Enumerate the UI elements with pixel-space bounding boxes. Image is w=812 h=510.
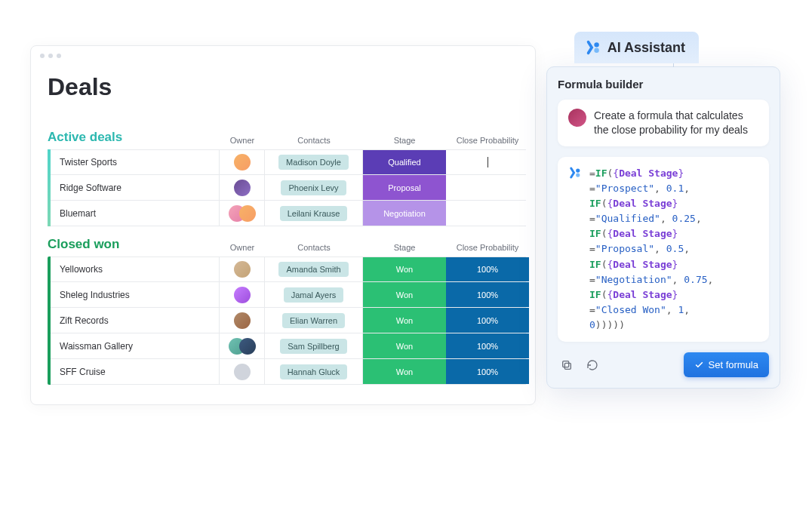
section-title-won: Closed won: [48, 237, 220, 252]
stage-cell[interactable]: Won: [363, 308, 446, 333]
page-title: Deals: [31, 61, 535, 119]
stage-cell[interactable]: Won: [363, 282, 446, 307]
deal-name[interactable]: SFF Cruise: [51, 359, 220, 384]
contacts-cell[interactable]: Amanda Smith: [265, 257, 363, 281]
contact-chip: Amanda Smith: [278, 262, 348, 277]
contacts-cell[interactable]: Elian Warren: [265, 308, 363, 333]
close-probability-cell[interactable]: [446, 201, 529, 226]
stage-cell[interactable]: Won: [363, 359, 446, 384]
text-cursor: [488, 157, 488, 167]
contacts-cell[interactable]: Leilani Krause: [265, 201, 363, 226]
regenerate-button[interactable]: [583, 356, 601, 374]
deal-name[interactable]: Bluemart: [51, 201, 220, 226]
deal-name[interactable]: Ridge Software: [51, 175, 220, 200]
table-row[interactable]: Ridge Software Phoenix Levy Proposal: [51, 175, 526, 201]
table-row[interactable]: Bluemart Leilani Krause Negotiation: [51, 201, 526, 226]
close-probability-cell[interactable]: 100%: [446, 257, 529, 281]
owner-cell[interactable]: [220, 150, 265, 174]
deal-name[interactable]: Zift Records: [51, 308, 220, 333]
svg-point-3: [576, 173, 580, 177]
avatar: [234, 364, 251, 380]
stage-cell[interactable]: Won: [363, 333, 446, 358]
deal-name[interactable]: Waissman Gallery: [51, 333, 220, 358]
col-stage: Stage: [363, 243, 446, 252]
stage-cell[interactable]: Negotiation: [363, 201, 446, 226]
table-row[interactable]: Twister Sports Madison Doyle Qualified: [51, 149, 526, 175]
stage-cell[interactable]: Qualified: [363, 150, 446, 174]
ai-tab-label: AI Assistant: [607, 40, 685, 56]
owner-cell[interactable]: [220, 359, 265, 384]
refresh-icon: [586, 359, 598, 371]
table-row[interactable]: SFF Cruise Hannah Gluck Won 100%: [51, 359, 526, 385]
contacts-cell[interactable]: Madison Doyle: [265, 150, 363, 174]
owner-cell[interactable]: [220, 282, 265, 307]
ai-response-bubble: =IF({Deal Stage}="Prospect", 0.1,IF({Dea…: [558, 157, 769, 343]
svg-point-1: [594, 48, 598, 52]
owner-cell[interactable]: [220, 257, 265, 281]
deal-name[interactable]: Sheleg Industries: [51, 282, 220, 307]
set-formula-button[interactable]: Set formula: [684, 352, 769, 377]
contact-chip: Madison Doyle: [278, 155, 349, 170]
contact-chip: Hannah Gluck: [280, 364, 348, 379]
col-owner: Owner: [220, 136, 265, 145]
user-prompt-bubble: Create a formula that calculates the clo…: [558, 100, 769, 146]
contact-chip: Sam Spillberg: [280, 339, 346, 354]
avatar: [234, 312, 251, 329]
close-probability-cell[interactable]: 100%: [446, 359, 529, 384]
contact-chip: Elian Warren: [282, 313, 345, 328]
owner-cell[interactable]: [220, 308, 265, 333]
contacts-cell[interactable]: Phoenix Levy: [265, 175, 363, 200]
section-title-active: Active deals: [48, 130, 220, 145]
col-prob: Close Probability: [446, 136, 529, 145]
contacts-cell[interactable]: Sam Spillberg: [265, 333, 363, 358]
set-formula-label: Set formula: [709, 359, 758, 370]
contacts-cell[interactable]: Jamal Ayers: [265, 282, 363, 307]
table-row[interactable]: Waissman Gallery Sam Spillberg Won 100%: [51, 333, 526, 359]
contacts-cell[interactable]: Hannah Gluck: [265, 359, 363, 384]
avatar: [234, 261, 251, 278]
window-controls: [31, 46, 535, 61]
deal-name[interactable]: Twister Sports: [51, 150, 220, 174]
close-probability-cell[interactable]: 100%: [446, 282, 529, 307]
section-header-active: Active deals Owner Contacts Stage Close …: [31, 130, 535, 149]
user-avatar: [568, 109, 586, 127]
copy-icon: [561, 359, 573, 371]
owner-cell[interactable]: [220, 333, 265, 358]
col-contacts: Contacts: [265, 243, 363, 252]
ai-assistant-tab[interactable]: AI Assistant: [574, 32, 699, 63]
close-probability-cell[interactable]: 100%: [446, 333, 529, 358]
avatar: [234, 154, 251, 171]
close-probability-cell[interactable]: [446, 175, 529, 200]
deals-window: Deals Active deals Owner Contacts Stage …: [30, 45, 536, 405]
deal-name[interactable]: Yelloworks: [51, 257, 220, 281]
svg-rect-4: [564, 363, 571, 369]
avatar: [234, 287, 251, 303]
table-row[interactable]: Yelloworks Amanda Smith Won 100%: [51, 257, 526, 282]
section-header-won: Closed won Owner Contacts Stage Close Pr…: [31, 237, 535, 257]
close-probability-cell[interactable]: 100%: [446, 308, 529, 333]
panel-title: Formula builder: [558, 78, 769, 91]
formula-code[interactable]: =IF({Deal Stage}="Prospect", 0.1,IF({Dea…: [589, 166, 713, 333]
close-probability-cell[interactable]: [446, 150, 529, 174]
contact-chip: Jamal Ayers: [284, 287, 344, 303]
table-row[interactable]: Zift Records Elian Warren Won 100%: [51, 308, 526, 333]
svg-rect-5: [563, 361, 569, 367]
col-contacts: Contacts: [265, 136, 363, 145]
avatar: [234, 180, 251, 196]
avatar: [239, 338, 256, 355]
panel-actions: Set formula: [558, 352, 769, 377]
contact-chip: Phoenix Levy: [281, 180, 346, 195]
owner-cell[interactable]: [220, 175, 265, 200]
copy-button[interactable]: [558, 356, 576, 374]
col-prob: Close Probability: [446, 243, 529, 252]
user-prompt-text: Create a formula that calculates the clo…: [594, 109, 758, 137]
closed-won-table: Yelloworks Amanda Smith Won 100% Sheleg …: [48, 257, 526, 385]
active-deals-table: Twister Sports Madison Doyle Qualified R…: [48, 149, 526, 226]
contact-chip: Leilani Krause: [280, 206, 348, 221]
check-icon: [694, 360, 704, 370]
ai-assistant-panel: Formula builder Create a formula that ca…: [546, 66, 780, 389]
owner-cell[interactable]: [220, 201, 265, 226]
stage-cell[interactable]: Won: [363, 257, 446, 281]
stage-cell[interactable]: Proposal: [363, 175, 446, 200]
table-row[interactable]: Sheleg Industries Jamal Ayers Won 100%: [51, 282, 526, 308]
